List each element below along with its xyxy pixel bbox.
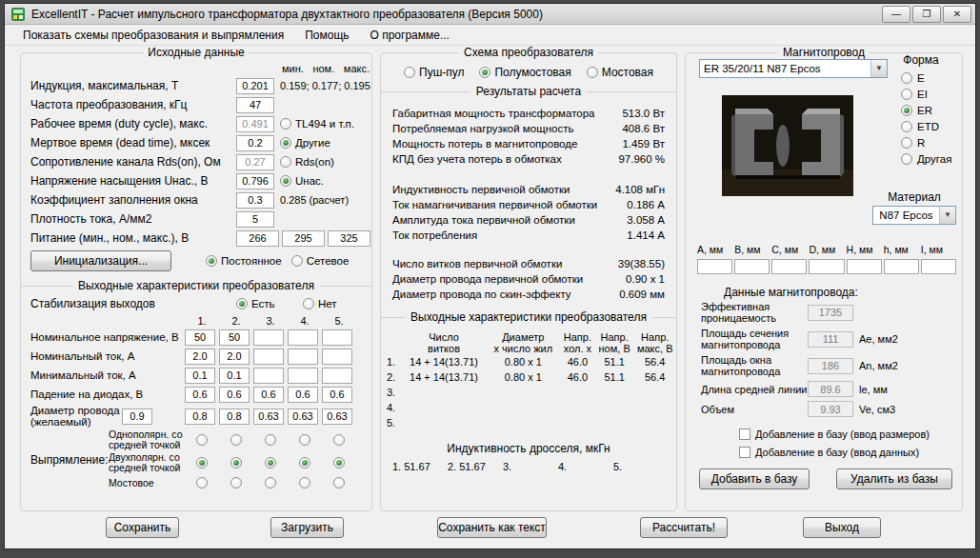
min-current-input-1[interactable]	[185, 368, 215, 384]
add-by-dimensions-checkbox[interactable]	[739, 428, 750, 440]
dead-time-label: Мертвое время (dead time), мксек	[30, 136, 236, 149]
bipolar-radio-3[interactable]	[265, 457, 276, 468]
bridge-scheme-radio[interactable]	[587, 67, 598, 78]
bipolar-radio-1[interactable]	[196, 457, 208, 468]
title-bar[interactable]: ExcellentIT - Расчет импульсного трансфо…	[5, 4, 975, 25]
diode-drop-input-3[interactable]	[253, 387, 284, 403]
nominal-voltage-input-5[interactable]	[322, 329, 352, 346]
result-value: 39(38.55)	[598, 258, 665, 269]
tl494-radio[interactable]	[280, 118, 291, 130]
min-current-input-5[interactable]	[322, 368, 352, 384]
bridge-radio-1[interactable]	[196, 477, 208, 488]
saturation-input[interactable]	[236, 173, 274, 189]
frequency-input[interactable]	[236, 97, 274, 113]
bipolar-radio-2[interactable]	[230, 457, 242, 468]
usat-radio[interactable]	[280, 175, 291, 187]
nominal-current-input-3[interactable]	[253, 349, 284, 365]
rds-radio[interactable]	[280, 156, 291, 168]
save-as-text-button[interactable]: Сохранить как текст	[437, 517, 547, 538]
min-current-input-2[interactable]	[219, 368, 250, 384]
dim-a-input[interactable]	[697, 259, 732, 274]
dim-d-input[interactable]	[809, 259, 844, 274]
shape-er-radio[interactable]	[901, 105, 912, 116]
core-select[interactable]: ER 35/20/11 N87 Epcos ▼	[699, 59, 888, 78]
wire-diameter-desired-input[interactable]	[122, 409, 152, 425]
nominal-voltage-input-2[interactable]	[219, 329, 250, 346]
wire-diameter-input-1[interactable]	[185, 409, 215, 425]
unipolar-radio-2[interactable]	[230, 434, 242, 446]
shape-etd-radio[interactable]	[901, 121, 912, 132]
menu-item-about[interactable]: О программе...	[360, 26, 460, 45]
dim-b-input[interactable]	[734, 259, 770, 274]
stab-yes-radio[interactable]	[236, 298, 248, 309]
add-to-base-button[interactable]: Добавить в базу	[699, 468, 810, 489]
diode-drop-input-4[interactable]	[288, 387, 318, 403]
shape-e-radio[interactable]	[901, 72, 912, 84]
supply-max-input[interactable]	[328, 230, 370, 247]
min-current-input-4[interactable]	[288, 368, 318, 384]
nominal-voltage-input-3[interactable]	[253, 329, 284, 346]
ac-supply-radio[interactable]	[291, 255, 303, 267]
shape-other-radio[interactable]	[901, 153, 912, 165]
calculate-button[interactable]: Рассчитать!	[640, 517, 728, 538]
minimize-icon[interactable]: —	[882, 6, 910, 23]
bipolar-radio-4[interactable]	[299, 457, 310, 468]
nominal-voltage-input-1[interactable]	[185, 329, 215, 346]
result-label: Диаметр провода по скин-эффекту	[392, 289, 598, 300]
supply-nom-input[interactable]	[282, 230, 325, 247]
menu-item-schemes[interactable]: Показать схемы преобразования и выпрямле…	[12, 26, 294, 45]
nominal-current-input-2[interactable]	[219, 349, 250, 365]
dim-i-input[interactable]	[921, 259, 956, 274]
dim-h2-input[interactable]	[884, 259, 919, 274]
diode-drop-input-2[interactable]	[219, 387, 250, 403]
supply-min-input[interactable]	[236, 230, 279, 247]
shape-r-radio[interactable]	[901, 137, 912, 149]
wire-diameter-input-3[interactable]	[253, 409, 284, 425]
bridge-radio-5[interactable]	[333, 477, 345, 488]
bridge-radio-4[interactable]	[299, 477, 310, 488]
exit-button[interactable]: Выход	[803, 517, 881, 538]
push-pull-radio[interactable]	[404, 67, 415, 78]
delete-from-base-button[interactable]: Удалить из базы	[836, 468, 952, 489]
unipolar-radio-1[interactable]	[196, 434, 208, 446]
other-driver-radio[interactable]	[280, 137, 291, 149]
maximize-icon[interactable]: ❐	[912, 6, 941, 23]
unipolar-radio-3[interactable]	[265, 434, 276, 446]
chevron-down-icon[interactable]: ▼	[870, 60, 887, 77]
close-icon[interactable]: ✕	[943, 6, 971, 23]
unipolar-radio-5[interactable]	[333, 434, 345, 446]
bridge-radio-2[interactable]	[230, 477, 242, 488]
half-bridge-radio[interactable]	[479, 67, 490, 78]
nominal-current-input-5[interactable]	[322, 349, 352, 365]
induction-input[interactable]	[236, 78, 274, 94]
dc-supply-radio[interactable]	[206, 255, 217, 267]
load-button[interactable]: Загрузить	[270, 517, 344, 538]
min-current-input-3[interactable]	[253, 368, 284, 384]
save-button[interactable]: Сохранить	[106, 517, 179, 538]
bipolar-radio-5[interactable]	[333, 457, 345, 468]
dead-time-input[interactable]	[236, 135, 274, 151]
fill-factor-note: 0.285 (расчет)	[280, 194, 371, 206]
menu-item-help[interactable]: Помощь	[294, 26, 359, 45]
initialize-button[interactable]: Инициализация...	[30, 250, 171, 271]
dim-c-input[interactable]	[771, 259, 807, 274]
wire-diameter-input-4[interactable]	[288, 409, 318, 425]
fill-factor-input[interactable]	[236, 192, 274, 209]
add-by-data-checkbox[interactable]	[739, 447, 750, 458]
diode-drop-input-5[interactable]	[322, 387, 352, 403]
unipolar-label: Однополярн. со средней точкой	[109, 429, 185, 450]
stab-no-radio[interactable]	[303, 298, 314, 309]
current-density-input[interactable]	[236, 211, 274, 228]
unipolar-radio-4[interactable]	[299, 434, 310, 446]
material-select[interactable]: N87 Epcos ▼	[872, 206, 956, 225]
bridge-radio-3[interactable]	[265, 477, 276, 488]
nominal-current-input-1[interactable]	[185, 349, 215, 365]
shape-ei-radio[interactable]	[901, 89, 912, 100]
nominal-voltage-input-4[interactable]	[288, 329, 318, 346]
wire-diameter-input-5[interactable]	[322, 409, 352, 425]
diode-drop-input-1[interactable]	[185, 387, 215, 403]
nominal-current-input-4[interactable]	[288, 349, 318, 365]
chevron-down-icon[interactable]: ▼	[939, 207, 955, 224]
wire-diameter-input-2[interactable]	[219, 409, 250, 425]
dim-h-input[interactable]	[847, 259, 882, 274]
